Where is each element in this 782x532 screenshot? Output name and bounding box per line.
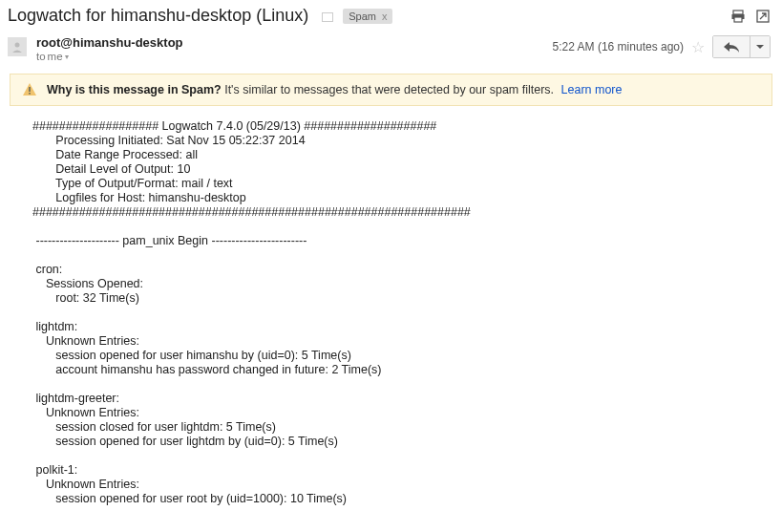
star-icon[interactable]: ☆	[691, 38, 705, 56]
svg-rect-6	[29, 93, 31, 95]
show-details-icon[interactable]: ▾	[65, 53, 69, 61]
svg-rect-2	[734, 17, 742, 22]
learn-more-link[interactable]: Learn more	[561, 83, 623, 96]
more-actions-button[interactable]	[750, 36, 770, 57]
recipient-line[interactable]: to me ▾	[36, 51, 543, 62]
avatar	[8, 37, 27, 56]
warning-icon	[22, 82, 37, 97]
spam-label[interactable]: Spam x	[343, 9, 392, 24]
spam-banner: Why is this message in Spam? It's simila…	[10, 74, 772, 106]
remove-label-icon[interactable]: x	[382, 11, 388, 22]
label-icon	[322, 12, 333, 22]
spam-banner-question: Why is this message in Spam?	[47, 83, 222, 96]
message-body: ################### Logwatch 7.4.0 (05/2…	[0, 106, 782, 506]
header-actions	[730, 9, 771, 24]
sender-name: root@himanshu-desktop	[36, 35, 543, 50]
print-icon[interactable]	[730, 9, 746, 24]
spam-banner-text: Why is this message in Spam? It's simila…	[47, 83, 622, 96]
reply-button[interactable]	[713, 36, 750, 57]
to-prefix: to	[36, 51, 46, 62]
message-meta: 5:22 AM (16 minutes ago) ☆	[553, 35, 771, 58]
svg-rect-5	[29, 87, 31, 92]
svg-rect-0	[733, 11, 743, 14]
spam-banner-reason: It's similar to messages that were detec…	[222, 83, 558, 96]
to-value: me	[48, 51, 63, 62]
sender-row: root@himanshu-desktop to me ▾ 5:22 AM (1…	[0, 30, 782, 64]
reply-button-group	[712, 35, 771, 58]
spam-label-text: Spam	[349, 11, 376, 22]
timestamp: 5:22 AM (16 minutes ago)	[553, 40, 684, 53]
message-header: Logwatch for himanshu-desktop (Linux) Sp…	[0, 0, 782, 30]
open-new-window-icon[interactable]	[755, 9, 771, 24]
svg-point-4	[15, 43, 20, 48]
subject: Logwatch for himanshu-desktop (Linux)	[8, 6, 308, 26]
